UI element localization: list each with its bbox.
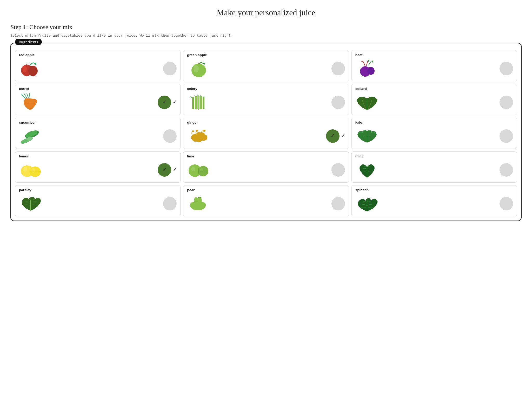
toggle-button-beet[interactable] bbox=[500, 62, 513, 75]
ingredient-name-collard: collard bbox=[355, 87, 513, 91]
svg-point-2 bbox=[23, 65, 27, 72]
ingredients-container: Ingredients red apple green apple beet c… bbox=[10, 43, 522, 221]
ingredient-name-celery: celery bbox=[187, 87, 345, 91]
svg-point-25 bbox=[203, 130, 205, 132]
toggle-button-kale[interactable] bbox=[500, 129, 513, 143]
ingredient-card-collard: collard bbox=[351, 84, 517, 115]
ingredient-image-collard bbox=[355, 93, 500, 111]
ingredient-image-beet bbox=[355, 59, 500, 78]
svg-point-3 bbox=[191, 64, 206, 77]
svg-rect-17 bbox=[192, 97, 194, 109]
ingredient-name-carrot: carrot bbox=[19, 87, 177, 91]
ingredient-name-beet: beet bbox=[355, 53, 513, 57]
ingredient-image-green-apple bbox=[187, 59, 331, 78]
toggle-button-red-apple[interactable] bbox=[163, 62, 177, 75]
toggle-button-lemon[interactable]: ✓ bbox=[158, 163, 171, 177]
svg-point-6 bbox=[367, 67, 375, 75]
step-title: Step 1: Choose your mix bbox=[10, 24, 522, 31]
svg-rect-18 bbox=[203, 97, 204, 109]
svg-point-27 bbox=[192, 130, 194, 132]
ingredient-card-celery: celery bbox=[183, 84, 349, 115]
ingredient-image-lemon bbox=[19, 161, 158, 179]
ingredient-image-carrot bbox=[19, 93, 158, 111]
ingredient-name-spinach: spinach bbox=[355, 188, 513, 192]
checkmark-ginger: ✓ bbox=[331, 133, 335, 139]
ingredient-card-lemon: lemon ✓✓ bbox=[15, 151, 181, 183]
svg-rect-16 bbox=[200, 96, 202, 109]
ingredient-image-spinach bbox=[355, 195, 500, 213]
checkmark-label-lemon: ✓ bbox=[173, 167, 177, 172]
ingredient-name-lime: lime bbox=[187, 154, 345, 158]
ingredient-image-lime bbox=[187, 161, 331, 179]
checkmark-label-ginger: ✓ bbox=[341, 133, 345, 139]
svg-line-12 bbox=[27, 93, 28, 98]
checkmark-label-carrot: ✓ bbox=[173, 99, 177, 105]
toggle-button-green-apple[interactable] bbox=[331, 62, 345, 75]
ingredient-image-celery bbox=[187, 93, 331, 111]
ingredient-card-carrot: carrot ✓✓ bbox=[15, 84, 181, 115]
ingredients-grid: red apple green apple beet carrot ✓✓cele… bbox=[15, 50, 517, 216]
ingredient-name-ginger: ginger bbox=[187, 121, 345, 124]
ingredient-name-parsley: parsley bbox=[19, 188, 177, 192]
svg-rect-14 bbox=[195, 96, 197, 109]
page-title: Make your personalized juice bbox=[10, 8, 522, 17]
svg-point-26 bbox=[196, 130, 198, 132]
toggle-button-cucumber[interactable] bbox=[163, 129, 177, 143]
ingredient-card-parsley: parsley bbox=[15, 185, 181, 216]
subtitle: Select which fruits and vegetables you'd… bbox=[10, 34, 522, 38]
ingredient-card-beet: beet bbox=[351, 50, 517, 81]
toggle-button-pear[interactable] bbox=[331, 197, 345, 210]
svg-line-8 bbox=[366, 61, 368, 66]
ingredient-card-kale: kale bbox=[351, 118, 517, 149]
toggle-button-mint[interactable] bbox=[500, 163, 513, 177]
svg-point-32 bbox=[31, 168, 35, 173]
checkmark-carrot: ✓ bbox=[163, 99, 167, 105]
toggle-button-lime[interactable] bbox=[331, 163, 345, 177]
svg-point-1 bbox=[28, 66, 38, 76]
toggle-button-carrot[interactable]: ✓ bbox=[158, 96, 171, 109]
ingredient-name-green-apple: green apple bbox=[187, 53, 345, 57]
toggle-button-parsley[interactable] bbox=[163, 197, 177, 210]
ingredient-image-ginger bbox=[187, 127, 326, 145]
ingredient-card-green-apple: green apple bbox=[183, 50, 349, 81]
svg-point-30 bbox=[23, 167, 27, 172]
ingredient-image-cucumber bbox=[19, 127, 163, 145]
toggle-button-spinach[interactable] bbox=[500, 197, 513, 210]
ingredient-card-cucumber: cucumber bbox=[15, 118, 181, 149]
toggle-button-collard[interactable] bbox=[500, 96, 513, 109]
ingredient-card-spinach: spinach bbox=[351, 185, 517, 216]
ingredient-image-parsley bbox=[19, 195, 163, 213]
svg-point-36 bbox=[200, 168, 203, 171]
ingredient-image-mint bbox=[355, 161, 500, 179]
svg-line-7 bbox=[363, 62, 365, 66]
svg-point-34 bbox=[191, 167, 195, 171]
ingredient-name-lemon: lemon bbox=[19, 154, 177, 158]
ingredient-name-red-apple: red apple bbox=[19, 53, 177, 57]
ingredient-name-pear: pear bbox=[187, 188, 345, 192]
ingredient-image-kale bbox=[355, 127, 500, 145]
ingredient-name-kale: kale bbox=[355, 121, 513, 124]
ingredient-image-red-apple bbox=[19, 59, 163, 78]
ingredient-image-pear bbox=[187, 195, 331, 213]
ingredient-card-ginger: ginger ✓✓ bbox=[183, 118, 349, 149]
svg-point-4 bbox=[194, 65, 199, 72]
checkmark-lemon: ✓ bbox=[163, 167, 167, 172]
ingredient-card-lime: lime bbox=[183, 151, 349, 183]
toggle-button-celery[interactable] bbox=[331, 96, 345, 109]
ingredient-name-mint: mint bbox=[355, 154, 513, 158]
ingredient-card-pear: pear bbox=[183, 185, 349, 216]
ingredient-card-red-apple: red apple bbox=[15, 50, 181, 81]
svg-line-13 bbox=[29, 93, 30, 98]
ingredient-card-mint: mint bbox=[351, 151, 517, 183]
toggle-button-ginger[interactable]: ✓ bbox=[326, 129, 340, 143]
ingredient-name-cucumber: cucumber bbox=[19, 121, 177, 124]
svg-rect-15 bbox=[197, 95, 200, 110]
ingredients-label: Ingredients bbox=[15, 39, 42, 45]
